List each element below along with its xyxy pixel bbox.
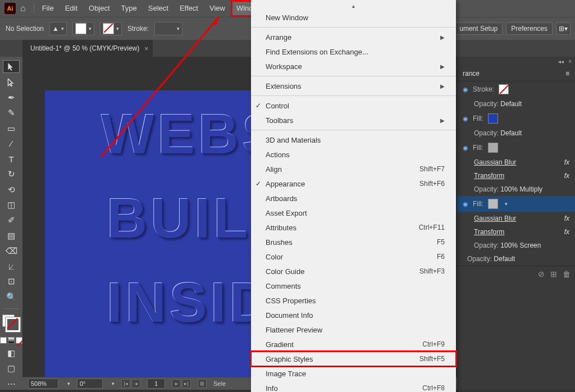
- menu-file[interactable]: File: [36, 0, 60, 17]
- color-mode-buttons[interactable]: [0, 337, 22, 344]
- menu-select[interactable]: Select: [143, 0, 174, 17]
- appearance-panel: ◂◂ × rance ≡ ◉Stroke:Opacity: Default◉Fi…: [457, 57, 575, 390]
- window-menu-item[interactable]: ✓AppearanceShift+F6: [251, 176, 456, 191]
- trash-icon[interactable]: 🗑: [563, 270, 571, 279]
- artboard-nav-buttons[interactable]: |◂◂: [121, 379, 140, 388]
- appearance-row[interactable]: Opacity: Default: [457, 97, 575, 111]
- scissors-tool[interactable]: ⟀: [3, 260, 19, 272]
- window-menu-item[interactable]: Find Extensions on Exchange...: [251, 44, 456, 59]
- menu-type[interactable]: Type: [116, 0, 143, 17]
- artboard-number-input[interactable]: [147, 379, 165, 389]
- shape-builder-tool[interactable]: ◫: [3, 199, 19, 211]
- menu-scroll-up[interactable]: ▲: [251, 2, 456, 10]
- window-menu-item[interactable]: 3D and Materials: [251, 133, 456, 147]
- window-menu-item[interactable]: New Window: [251, 10, 456, 25]
- window-menu-item[interactable]: CSS Properties: [251, 293, 456, 308]
- toolbox: ✒ ✎ ▭ ∕ T ↻ ⟲ ◫ ✐ ▤ ⌫ ⟀ ⊡ 🔍 ◧ ▢ ⋯: [0, 57, 22, 390]
- screen-mode-button[interactable]: ▢: [3, 362, 19, 374]
- window-menu-item[interactable]: Toolbars▶: [251, 113, 456, 127]
- align-button[interactable]: ⊞▾: [556, 22, 571, 35]
- window-menu-item[interactable]: ColorF6: [251, 249, 456, 264]
- artboard-nav-buttons-2[interactable]: ▸▸|: [172, 379, 191, 388]
- window-menu-item[interactable]: Asset Export: [251, 206, 456, 220]
- curvature-tool[interactable]: ✎: [3, 107, 19, 119]
- appearance-row[interactable]: Opacity: Default: [457, 252, 575, 266]
- stroke-swatch-dropdown[interactable]: ▾: [100, 22, 122, 35]
- pen-tool[interactable]: ✒: [3, 92, 19, 104]
- gradient-tool[interactable]: ▤: [3, 230, 19, 241]
- appearance-row[interactable]: Opacity: Default: [457, 126, 575, 140]
- window-dropdown-menu: ▲ New WindowArrange▶Find Extensions on E…: [251, 0, 456, 392]
- window-menu-item[interactable]: Color GuideShift+F3: [251, 264, 456, 279]
- appearance-row[interactable]: Transformfx: [457, 225, 575, 239]
- type-tool[interactable]: T: [3, 153, 19, 165]
- document-tab-label: Untitled-1* @ 50 % (CMYK/Preview): [30, 44, 139, 52]
- window-menu-item[interactable]: GradientCtrl+F9: [251, 337, 456, 352]
- rotate-dropdown-icon[interactable]: ▾: [112, 381, 115, 386]
- selection-tool[interactable]: [3, 60, 20, 73]
- artboard-tool[interactable]: ⊡: [3, 276, 19, 288]
- window-menu-item[interactable]: Image Trace: [251, 366, 456, 381]
- appearance-row[interactable]: ◉Fill:: [457, 111, 575, 126]
- window-menu-item[interactable]: Document Info: [251, 308, 456, 322]
- window-menu-item[interactable]: Comments: [251, 279, 456, 293]
- appearance-row[interactable]: Gaussian Blurfx: [457, 156, 575, 169]
- window-menu-item[interactable]: Extensions▶: [251, 79, 456, 93]
- app-logo: Ai: [4, 3, 16, 14]
- window-menu-item[interactable]: Artboards: [251, 191, 456, 206]
- window-menu-item[interactable]: Actions: [251, 147, 456, 162]
- width-tool[interactable]: ⟲: [3, 184, 19, 195]
- artboard-text-2: BUILI: [107, 186, 270, 250]
- fill-dropdown[interactable]: ▲▾: [49, 22, 67, 35]
- window-menu-item[interactable]: Arrange▶: [251, 30, 456, 44]
- rotate-tool[interactable]: ↻: [3, 168, 19, 180]
- menu-view[interactable]: View: [204, 0, 231, 17]
- menu-effect[interactable]: Effect: [174, 0, 204, 17]
- add-icon[interactable]: ⊞: [550, 270, 557, 279]
- window-menu-item[interactable]: AttributesCtrl+F11: [251, 220, 456, 235]
- panel-menu-icon[interactable]: ≡: [565, 70, 569, 78]
- menu-object[interactable]: Object: [83, 0, 116, 17]
- document-tab[interactable]: Untitled-1* @ 50 % (CMYK/Preview) ×: [22, 40, 153, 57]
- menu-edit[interactable]: Edit: [60, 0, 83, 17]
- appearance-row[interactable]: Opacity: 100% Multiply: [457, 183, 575, 196]
- status-selection-label: Sele: [213, 380, 226, 387]
- appearance-row[interactable]: Opacity: 100% Screen: [457, 239, 575, 252]
- edit-toolbar-button[interactable]: ⋯: [3, 378, 19, 390]
- window-menu-item[interactable]: Graphic StylesShift+F5: [251, 352, 456, 366]
- fill-swatch-dropdown[interactable]: ▾: [72, 22, 94, 35]
- appearance-row[interactable]: ◉Fill:: [457, 140, 575, 156]
- window-menu-item[interactable]: AlignShift+F7: [251, 162, 456, 176]
- eraser-tool[interactable]: ⌫: [3, 245, 19, 257]
- close-icon[interactable]: ×: [144, 40, 148, 57]
- appearance-row[interactable]: Transformfx: [457, 169, 575, 183]
- stroke-label: Stroke:: [127, 25, 149, 33]
- appearance-panel-footer: ⊘ ⊞ 🗑: [457, 266, 575, 282]
- window-menu-item[interactable]: BrushesF5: [251, 235, 456, 249]
- block-icon[interactable]: ⊘: [538, 270, 545, 279]
- fill-stroke-control[interactable]: [2, 314, 20, 332]
- appearance-row[interactable]: ◉Stroke:: [457, 81, 575, 97]
- artboard-text-3: INSID: [107, 270, 273, 335]
- zoom-dropdown-icon[interactable]: ▾: [67, 381, 70, 386]
- zoom-input[interactable]: [28, 379, 58, 389]
- rectangle-tool[interactable]: ▭: [3, 122, 19, 134]
- window-menu-item[interactable]: InfoCtrl+F8: [251, 381, 456, 392]
- draw-mode-button[interactable]: ◧: [3, 347, 19, 359]
- appearance-row[interactable]: ◉Fill:▾: [457, 196, 575, 212]
- appearance-row[interactable]: Gaussian Blurfx: [457, 212, 575, 225]
- stroke-weight-dropdown[interactable]: ▾: [154, 22, 182, 35]
- eyedropper-tool[interactable]: ✐: [3, 215, 19, 226]
- selection-label: No Selection: [6, 25, 44, 33]
- preferences-button[interactable]: Preferences: [506, 22, 553, 35]
- window-menu-item[interactable]: ✓Control: [251, 98, 456, 113]
- direct-selection-tool[interactable]: [3, 76, 19, 88]
- window-menu-item[interactable]: Flattener Preview: [251, 322, 456, 337]
- window-menu-item[interactable]: Workspace▶: [251, 59, 456, 74]
- home-icon[interactable]: ⌂: [20, 3, 26, 13]
- zoom-tool[interactable]: 🔍: [3, 291, 19, 303]
- paintbrush-tool[interactable]: ∕: [3, 138, 19, 149]
- artboard-nav-extra[interactable]: ⊞: [198, 379, 207, 388]
- rotate-input[interactable]: [77, 379, 103, 389]
- doc-setup-button[interactable]: ument Setup: [454, 22, 503, 35]
